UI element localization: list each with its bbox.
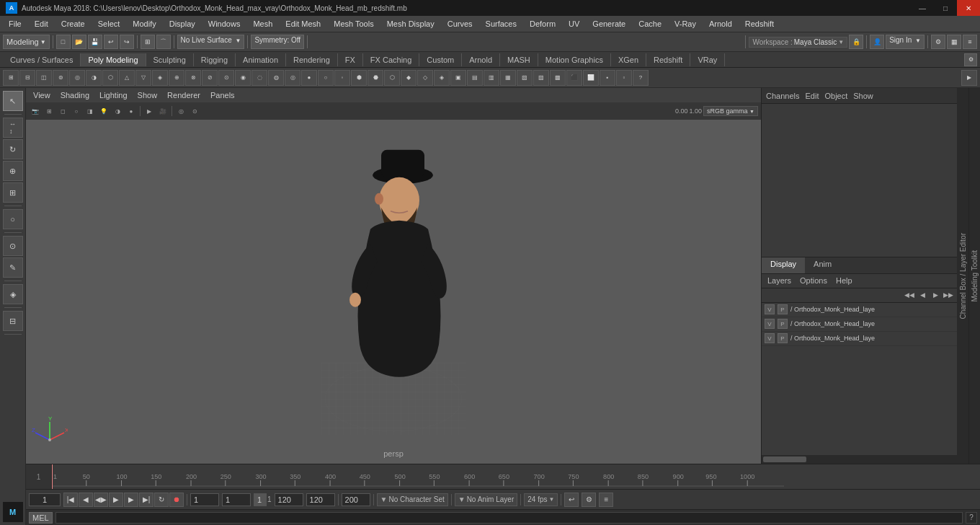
shelf-icon-34[interactable]: ▩ [550,70,566,86]
shelf-icon-14[interactable]: ⊙ [218,70,234,86]
tab-rigging[interactable]: Rigging [194,53,236,66]
menu-mesh-display[interactable]: Mesh Display [381,18,440,30]
edit-label[interactable]: Edit [805,92,819,100]
anim-tab[interactable]: Anim [805,257,840,273]
shelf-icon-23[interactable]: ⬣ [368,70,383,86]
menu-create[interactable]: Create [55,18,91,30]
layout-btn[interactable]: ▦ [947,35,961,49]
gamma-select[interactable]: sRGB gamma ▼ [703,106,758,116]
more-btn[interactable]: ≡ [963,35,977,49]
shelf-icon-26[interactable]: ◇ [417,70,433,86]
panels-menu[interactable]: Panels [206,90,239,100]
layer-prev-btn[interactable]: ◀◀ [904,289,915,301]
record-btn[interactable]: ⏺ [169,493,184,507]
snap-grid-btn[interactable]: ⊞ [141,35,155,49]
gamma-dropdown[interactable]: ▼ [749,109,754,114]
shelf-icon-2[interactable]: ⊟ [19,70,35,86]
options-menu[interactable]: Options [800,276,827,285]
show-menu[interactable]: Show [133,90,162,100]
shelf-icon-30[interactable]: ▥ [484,70,499,86]
vt-grid[interactable]: ⊞ [43,105,55,118]
mel-python-toggle[interactable]: MEL [29,512,53,524]
no-anim-layer-btn[interactable]: ▼ No Anim Layer [455,493,518,506]
layer-p-2[interactable]: P [778,319,788,329]
timeline-ruler[interactable]: 1 50 100 150 200 250 300 [52,464,784,489]
shelf-icon-11[interactable]: ⊕ [169,70,184,86]
vt-playblast[interactable]: ▶ [143,105,156,118]
snap-curve-btn[interactable]: ⌒ [156,35,171,49]
tab-motion-graphics[interactable]: Motion Graphics [538,53,611,66]
menu-generate[interactable]: Generate [587,18,631,30]
menu-select[interactable]: Select [92,18,126,30]
playback-more-btn[interactable]: ≡ [599,493,613,507]
playback-loop-btn[interactable]: ↩ [564,493,579,507]
shelf-icon-38[interactable]: ▫ [616,70,632,86]
viewport[interactable]: View Shading Lighting Show Renderer Pane… [26,88,761,464]
shelf-icon-37[interactable]: ▪ [600,70,615,86]
shelf-icon-21[interactable]: ◦ [334,70,350,86]
tab-curves-surfaces[interactable]: Curves / Surfaces [3,53,81,66]
playback-options-btn[interactable]: ⚙ [582,493,596,507]
loop-btn[interactable]: ↻ [154,493,169,507]
step-back-btn[interactable]: ◀ [79,493,93,507]
settings-btn[interactable]: ⚙ [931,35,945,49]
undo-btn[interactable]: ↩ [104,35,118,49]
tab-animation[interactable]: Animation [236,53,286,66]
go-end-btn[interactable]: ▶| [139,493,153,507]
timeline-area[interactable]: 1 1 50 100 150 [26,464,980,489]
tab-vray[interactable]: VRay [690,53,725,66]
tab-fx[interactable]: FX [338,53,363,66]
renderer-menu[interactable]: Renderer [163,90,205,100]
universal-tool-btn[interactable]: ⊞ [3,182,23,203]
anim-end-input[interactable] [275,493,303,506]
shelf-icon-9[interactable]: ▽ [135,70,151,86]
no-live-surface-dropdown-icon[interactable]: ▼ [236,38,241,44]
help-menu[interactable]: Help [836,276,852,285]
redo-btn[interactable]: ↪ [120,35,134,49]
playback-end-input[interactable] [306,493,335,506]
layer-p-1[interactable]: P [778,304,788,314]
step-fwd-btn[interactable]: ▶ [124,493,138,507]
view-menu[interactable]: View [29,90,55,100]
shelf-icon-8[interactable]: △ [119,70,135,86]
layer-p-3[interactable]: P [778,333,788,343]
shelf-icon-29[interactable]: ▤ [467,70,483,86]
move-tool-btn[interactable]: ↔↕ [3,118,23,138]
shelf-icon-18[interactable]: ◎ [285,70,300,86]
vt-camera[interactable]: 📷 [29,105,42,118]
object-label[interactable]: Object [824,92,847,100]
shelf-icon-5[interactable]: ◎ [69,70,85,86]
tab-redshift[interactable]: Redshift [646,53,690,66]
layer-back-btn[interactable]: ◀ [917,289,928,301]
layer-v-3[interactable]: V [765,333,775,343]
menu-mesh-tools[interactable]: Mesh Tools [328,18,379,30]
paint-btn[interactable]: ✎ [3,257,23,278]
playback-start-input[interactable] [222,493,251,506]
workspace-dropdown-icon[interactable]: ▼ [838,39,844,45]
shelf-icon-17[interactable]: ◍ [268,70,284,86]
menu-arnold[interactable]: Arnold [703,18,738,30]
menu-file[interactable]: File [3,18,27,30]
menu-cache[interactable]: Cache [633,18,667,30]
menu-display[interactable]: Display [164,18,201,30]
shading-menu[interactable]: Shading [56,90,94,100]
layer-v-1[interactable]: V [765,304,775,314]
shelf-scroll-right[interactable]: ▶ [961,70,977,86]
current-frame-input[interactable] [29,493,61,506]
rotate-tool-btn[interactable]: ↻ [3,139,23,159]
layer-v-2[interactable]: V [765,319,775,329]
layer-scrollbar[interactable] [762,455,957,464]
attr-editor-strip[interactable]: Channel Box / Layer Editor [957,88,968,464]
shelf-icon-39[interactable]: ? [633,70,649,86]
mode-dropdown-icon[interactable]: ▼ [40,39,46,45]
layer-scroll-thumb[interactable] [763,456,806,462]
vt-camera2[interactable]: 🎥 [156,105,169,118]
layer-fwd-btn[interactable]: ▶ [930,289,941,301]
vt-ao[interactable]: ● [125,105,138,118]
show-hide-btn[interactable]: ◈ [3,284,23,304]
tab-fx-caching[interactable]: FX Caching [363,53,419,66]
save-scene-btn[interactable]: 💾 [88,35,102,49]
menu-modify[interactable]: Modify [127,18,161,30]
tab-sculpting[interactable]: Sculpting [146,53,194,66]
symmetry-btn[interactable]: Symmetry: Off [251,35,304,49]
